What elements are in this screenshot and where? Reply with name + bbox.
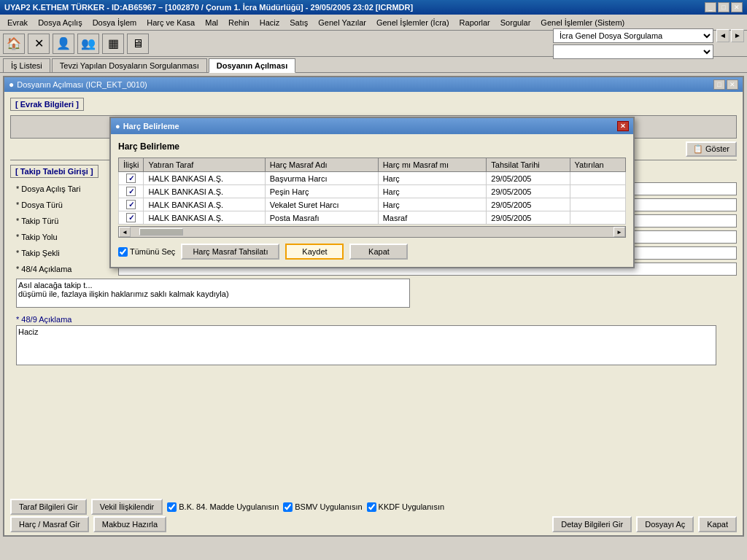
close-toolbar-button[interactable]: ✕ <box>28 34 50 54</box>
menu-mal[interactable]: Mal <box>201 17 222 28</box>
kapat-btn[interactable]: Kapat <box>349 244 408 260</box>
menu-genel-islemler-icra[interactable]: Genel İşlemler (İcra) <box>372 17 454 28</box>
modal-icon: ● <box>115 122 120 131</box>
col-ad: Harç Masraf Adı <box>265 158 378 172</box>
menu-genel-islemler-sistem[interactable]: Genel İşlemler (Sistem) <box>536 17 629 28</box>
vekil-iliskilendir-btn[interactable]: Vekil İlişkilendir <box>91 499 163 515</box>
48-9-area: * 48/9 Açıklama Haciz <box>10 315 737 367</box>
table-row: HALK BANKASI A.Ş. Başvurma Harcı Harç 29… <box>119 172 626 185</box>
48-9-textarea[interactable]: Haciz <box>16 325 716 365</box>
takip-turu-label: * Takip Türü <box>16 217 118 225</box>
kkdf-label: KKDF Uygulanısın <box>379 502 444 511</box>
table-row: HALK BANKASI A.Ş. Vekalet Suret Harcı Ha… <box>119 198 626 211</box>
row-checkbox-cell-3[interactable] <box>119 211 144 225</box>
title-bar: UYAP2 K.ETHEM TÜRKER - ID:AB65967 – [100… <box>0 0 747 15</box>
bsmv-checkbox[interactable] <box>283 502 293 512</box>
harc-belirleme-modal: ● Harç Belirleme ✕ Harç Belirleme İlişki… <box>109 117 635 268</box>
menu-haciz[interactable]: Haciz <box>255 17 285 28</box>
row-yatiran-0: HALK BANKASI A.Ş. <box>144 172 265 185</box>
inner-maximize-btn[interactable]: □ <box>713 79 725 90</box>
users-button[interactable]: 👥 <box>77 34 99 54</box>
user-button[interactable]: 👤 <box>53 34 74 54</box>
bk84-checkbox[interactable] <box>167 502 177 512</box>
dosyayi-ac-btn[interactable]: Dosyayı Aç <box>636 516 694 532</box>
inner-title-bar: ● Dosyanın Açılması (ICR_EKT_0010) □ ✕ <box>4 77 743 92</box>
row-checkbox-3[interactable] <box>126 213 136 222</box>
harc-masraf-btn[interactable]: Harç / Masraf Gir <box>10 516 89 532</box>
select-all-check: Tümünü Seç <box>118 247 175 257</box>
row-checkbox-cell-2[interactable] <box>119 198 144 211</box>
chart-button[interactable]: ▦ <box>102 34 124 54</box>
menu-evrak[interactable]: Evrak <box>3 17 32 28</box>
tab-bar: İş Listesi Tevzi Yapılan Dosyaların Sorg… <box>0 57 747 73</box>
scroll-right-btn[interactable]: ► <box>614 227 625 237</box>
col-tarih: Tahsilat Tarihi <box>487 158 570 172</box>
tab-is-listesi[interactable]: İş Listesi <box>3 58 50 72</box>
nav-arrows: ◄ ► <box>716 29 744 42</box>
menu-raporlar[interactable]: Raporlar <box>455 17 495 28</box>
scroll-left-btn[interactable]: ◄ <box>119 227 131 237</box>
harc-masraf-tahsilati-btn[interactable]: Harç Masraf Tahsilatı <box>181 244 279 260</box>
tab-dosya-acilmasi[interactable]: Dosyanın Açılması <box>209 58 295 73</box>
kaydet-btn[interactable]: Kaydet <box>285 244 344 260</box>
evrak-section-label: [ Evrak Bilgileri ] <box>10 98 84 111</box>
menu-dosya-acilis[interactable]: Dosya Açılış <box>34 17 87 28</box>
row-ad-3: Posta Masrafı <box>265 211 378 225</box>
row-yatirilan-2 <box>570 198 625 211</box>
monitor-button[interactable]: 🖥 <box>127 34 149 54</box>
48-4-label: * 48/4 Açıklama <box>16 265 118 273</box>
show-button[interactable]: 📋 Göster <box>686 141 737 157</box>
makbuz-btn[interactable]: Makbuz Hazırla <box>93 516 166 532</box>
row-yatiran-2: HALK BANKASI A.Ş. <box>144 198 265 211</box>
row-checkbox-0[interactable] <box>126 174 136 183</box>
taraf-bilgileri-btn[interactable]: Taraf Bilgileri Gir <box>10 499 87 515</box>
right-toolbar: İcra Genel Dosya Sorgulama ◄ ► <box>553 28 744 59</box>
menu-dosya-islem[interactable]: Dosya İşlem <box>88 17 142 28</box>
row-tarih-3: 29/05/2005 <box>487 211 570 225</box>
modal-close-button[interactable]: ✕ <box>617 121 629 131</box>
main-kapat-btn[interactable]: Kapat <box>698 516 737 532</box>
modal-content: Harç Belirleme İlişki Yatıran Taraf Harç… <box>111 134 633 267</box>
select-all-checkbox[interactable] <box>118 247 128 257</box>
harc-table: İlişki Yatıran Taraf Harç Masraf Adı Har… <box>118 158 626 225</box>
detay-bilgileri-btn[interactable]: Detay Bilgileri Gir <box>552 516 632 532</box>
kkdf-check: KKDF Uygulanısın <box>367 499 444 515</box>
menu-satis[interactable]: Satış <box>285 17 312 28</box>
kkdf-checkbox[interactable] <box>367 502 376 512</box>
asil-alacaga-textarea[interactable]: Asıl alacağa takip t... düşümü ile, fazl… <box>16 279 410 308</box>
menu-rehin[interactable]: Rehin <box>224 17 254 28</box>
nav-right-arrow[interactable]: ► <box>731 29 744 42</box>
row-checkbox-cell-0[interactable] <box>119 172 144 185</box>
row-checkbox-1[interactable] <box>126 187 136 196</box>
row-ad-2: Vekalet Suret Harcı <box>265 198 378 211</box>
scroll-thumb[interactable] <box>139 228 183 236</box>
tab-tevzi[interactable]: Tevzi Yapılan Dosyaların Sorgulanması <box>52 58 207 72</box>
table-row: HALK BANKASI A.Ş. Peşin Harç Harç 29/05/… <box>119 185 626 198</box>
close-button[interactable]: ✕ <box>731 2 743 12</box>
inner-close-btn[interactable]: ✕ <box>727 79 738 90</box>
menu-genel-yazilar[interactable]: Genel Yazılar <box>314 17 371 28</box>
row-tip-3: Masraf <box>378 211 487 225</box>
row-tarih-2: 29/05/2005 <box>487 198 570 211</box>
modal-title-text: ● Harç Belirleme <box>115 122 179 131</box>
dosya-acilis-label: * Dosya Açılış Tari <box>16 184 118 193</box>
row-checkbox-2[interactable] <box>126 200 136 209</box>
dropdown-1[interactable]: İcra Genel Dosya Sorgulama <box>553 28 713 43</box>
takip-yolu-label: * Takip Yolu <box>16 233 118 241</box>
row-yatiran-1: HALK BANKASI A.Ş. <box>144 185 265 198</box>
nav-left-arrow[interactable]: ◄ <box>716 29 729 42</box>
menu-harc-kasa[interactable]: Harç ve Kasa <box>142 17 199 28</box>
bottom-buttons-row2: Harç / Masraf Gir Makbuz Hazırla Detay B… <box>10 516 737 532</box>
modal-title-bar: ● Harç Belirleme ✕ <box>111 118 633 134</box>
maximize-button[interactable]: □ <box>718 2 729 12</box>
row-tip-1: Harç <box>378 185 487 198</box>
menu-sorgular[interactable]: Sorgular <box>496 17 535 28</box>
row-checkbox-cell-1[interactable] <box>119 185 144 198</box>
dropdown-2[interactable] <box>553 44 713 59</box>
row-tip-2: Harç <box>378 198 487 211</box>
horizontal-scrollbar[interactable]: ◄ ► <box>118 226 626 238</box>
minimize-button[interactable]: _ <box>705 2 716 12</box>
window-controls: _ □ ✕ <box>705 2 743 12</box>
home-button[interactable]: 🏠 <box>3 34 25 54</box>
bottom-button-area: Taraf Bilgileri Gir Vekil İlişkilendir B… <box>10 496 737 532</box>
